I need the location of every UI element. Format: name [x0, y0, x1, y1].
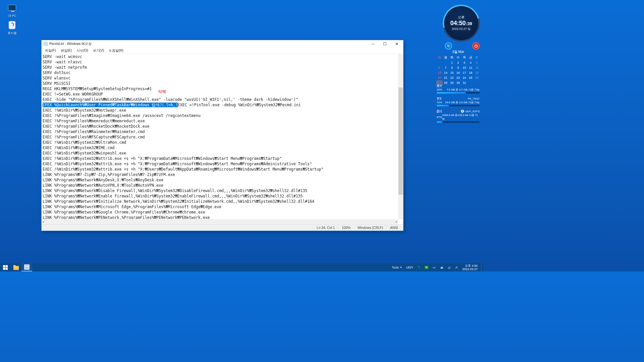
tray-ime[interactable]: A [454, 263, 459, 272]
taskbar-pinned-notepad[interactable] [21, 263, 32, 272]
clock-date: 2022.03.27 일 [452, 27, 471, 31]
menu-edit[interactable]: 편집(E) [59, 48, 74, 53]
calendar-day[interactable]: 1 [449, 61, 455, 65]
desktop-icon-recycle-bin[interactable]: 휴지통 [2, 20, 22, 36]
calendar-day[interactable]: 3 [462, 61, 467, 65]
drive-usage-text: 1004.0 kB 중126.0 kB 사용 가능 [442, 113, 480, 121]
tray-overflow-icon[interactable]: ▭ [431, 263, 437, 272]
tray-eject-icon[interactable]: ⏏ [439, 263, 445, 272]
maximize-button[interactable]: ☐ [379, 41, 391, 47]
editor-line: LINK %Programs%₩Network₩AnyDesk,X:₩Tools… [43, 177, 397, 183]
menu-format[interactable]: 서식(O) [74, 48, 90, 53]
titlebar[interactable]: Pecmd.ini - Windows 메모장 ─ ☐ ✕ [42, 40, 403, 48]
calendar-day[interactable]: 15 [449, 71, 455, 75]
editor-line: EXEC !=SetWG.exe WORKGROUP [43, 92, 397, 97]
calendar-day[interactable]: 23 [455, 76, 461, 80]
calendar-day[interactable]: 13 [437, 71, 442, 75]
menu-view[interactable]: 보기(V) [91, 48, 106, 53]
drive-usage-text: 10.0 GB 중 2.8 GB 사용 가능 [445, 101, 480, 104]
desktop-icon-this-pc[interactable]: 내 PC [2, 3, 22, 18]
tray-perf-icon[interactable]: 〽 [416, 263, 422, 272]
editor-line: LINK %Programs%₩Network₩Initialize Netwo… [43, 199, 397, 204]
disk-icon: 💽 [461, 110, 464, 113]
notepad-icon [24, 264, 30, 270]
calendar-day[interactable]: 19 [474, 71, 480, 75]
calendar-dow: 일 [437, 55, 442, 60]
shutdown-button[interactable]: ⏻ [472, 42, 480, 50]
statusbar: Ln 34, Col 1 100% Windows (CRLF) ANSI [42, 224, 403, 231]
desktop-icon-label: 휴지통 [2, 31, 22, 36]
calendar-dow: 화 [449, 55, 455, 60]
editor-line: EXEC !%ProgramFiles%₩Imagine₩Imagine64.e… [43, 113, 397, 118]
status-eol: Windows (CRLF) [354, 226, 386, 230]
calendar-day[interactable] [437, 61, 442, 65]
editor-line: LINK %Programs%₩Network₩Google Chrome,%P… [43, 209, 397, 215]
calendar-day[interactable]: 9 [455, 66, 461, 70]
scrollbar-vertical[interactable] [398, 54, 403, 219]
editor-line: EXEC !%ProgramFiles%₩Rainmeter₩Rainmeter… [43, 129, 397, 134]
calendar-day[interactable]: 24 [462, 76, 467, 80]
drive-bar [437, 105, 480, 106]
tray-uefi[interactable]: UEFI [405, 263, 415, 272]
calendar-day[interactable]: 20 [437, 76, 442, 80]
calendar-day[interactable]: 25 [468, 76, 474, 80]
drive-letter: D:\ [437, 109, 442, 113]
start-button[interactable] [0, 263, 11, 272]
close-button[interactable]: ✕ [391, 41, 402, 47]
editor-line: EXEC !%WinDir%₩System32₩attrib.exe +s +h… [43, 161, 397, 167]
tray-tools-menu[interactable]: Tools ▼ [390, 263, 404, 272]
calendar-day[interactable]: 21 [443, 76, 449, 80]
minimize-button[interactable]: ─ [367, 41, 379, 47]
calendar-day[interactable]: 10 [462, 66, 467, 70]
calendar-title: 3월 Mar [437, 50, 480, 54]
calendar-day[interactable]: 17 [462, 71, 467, 75]
editor-line: LINK %Programs%₩7-Zip₩7-Zip,%ProgramFile… [43, 172, 397, 177]
editor-line: LINK %Programs%₩Network₩Microsoft Edge,%… [43, 204, 397, 209]
drive-bar [437, 121, 480, 123]
menubar: 파일(F) 편집(E) 서식(O) 보기(V) 도움말(H) [42, 48, 403, 54]
calendar-day[interactable]: 2 [455, 61, 461, 65]
editor-line: LINK %Programs%₩Network₩Disable Firewall… [43, 188, 397, 193]
drive-meter: Y:\ PE_TEST 72%10.0 GB 중 2.8 GB 사용 가능 [437, 97, 480, 106]
drive-bar [437, 92, 480, 94]
editor-line: IFEX %QuickLaunch%₩User Pinned₩TaskBar₩W… [43, 102, 397, 108]
editor-area[interactable]: SERV -wait wcmsvcSERV -wait nlasvcSERV -… [42, 54, 403, 224]
calendar-day[interactable]: 8 [449, 66, 455, 70]
scrollbar-thumb[interactable] [398, 87, 403, 195]
drive-meter: D:\💽 UEFI_NTFS 87%1004.0 kB 중126.0 kB 사용… [437, 109, 480, 123]
menu-file[interactable]: 파일(F) [43, 48, 58, 53]
drive-letter: X:\ [437, 84, 441, 88]
notepad-icon [44, 42, 48, 46]
drive-pct: 72% [437, 101, 442, 104]
show-desktop-button[interactable] [481, 263, 482, 272]
calendar-day[interactable]: 7 [443, 66, 449, 70]
restart-button[interactable]: ↻ [445, 42, 452, 50]
calendar-day[interactable]: 5 [474, 61, 480, 65]
editor-line: EXEC !%WinDir%₩System32₩HotSwap!.exe [43, 108, 397, 113]
tray-sound-icon[interactable]: 🔉 [446, 263, 453, 272]
tray-network-icon[interactable]: 8 [423, 263, 429, 272]
menu-help[interactable]: 도움말(H) [107, 48, 125, 53]
calendar-day[interactable] [443, 61, 449, 65]
status-encoding: ANSI [386, 226, 403, 230]
calendar-day[interactable]: 16 [455, 71, 461, 75]
status-zoom: 100% [338, 226, 354, 230]
calendar-day[interactable]: 22 [449, 76, 455, 80]
status-position: Ln 34, Col 1 [313, 226, 338, 230]
editor-line: REGI HKLM₩SYSTEM₩Setup₩SystemSetupInProg… [43, 86, 397, 92]
editor-line: EXEC !%WinDir%₩System32₩attrib.exe +s +h… [43, 167, 397, 172]
taskbar-pinned-explorer[interactable] [11, 263, 21, 272]
calendar-day[interactable]: 6 [437, 66, 442, 70]
pc-icon [7, 3, 17, 13]
editor-line: SERV dot3svc [43, 70, 397, 75]
calendar-day[interactable]: 18 [468, 71, 474, 75]
clock-ring-icon [436, 0, 483, 48]
calendar-day[interactable]: 14 [443, 71, 449, 75]
editor-line: LINK %Programs%₩Network₩AutoVPN,X:₩Tools… [43, 183, 397, 188]
calendar-day[interactable]: 4 [468, 61, 474, 65]
calendar-day[interactable]: 12 [474, 66, 480, 70]
calendar-day[interactable]: 26 [474, 76, 480, 80]
calendar-day[interactable]: 11 [468, 66, 474, 70]
tray-clock[interactable]: 오후 4:50 2022-03-27 [460, 264, 480, 271]
scrollbar-horizontal[interactable]: ◀▶ [42, 219, 398, 224]
